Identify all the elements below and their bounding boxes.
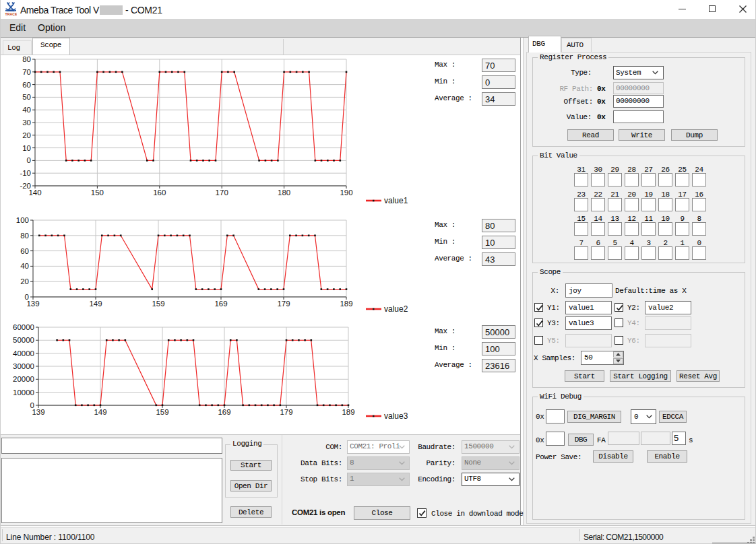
svg-text:159: 159 [156,408,168,416]
svg-text:70: 70 [22,68,31,76]
svg-text:-10: -10 [20,169,31,177]
svg-text:10000: 10000 [13,388,34,397]
svg-text:100: 100 [16,216,29,224]
svg-text:0: 0 [27,156,31,164]
svg-text:60: 60 [22,81,31,89]
svg-text:190: 190 [340,189,352,197]
svg-text:60: 60 [20,247,29,255]
svg-text:10: 10 [22,144,31,152]
svg-text:TRACE: TRACE [5,12,18,16]
svg-text:30: 30 [22,118,31,127]
svg-text:80: 80 [22,55,31,63]
svg-text:value2: value2 [384,304,408,314]
svg-text:value1: value1 [384,196,408,205]
svg-text:149: 149 [94,408,106,416]
svg-text:20000: 20000 [13,375,34,383]
svg-text:169: 169 [214,300,227,308]
svg-text:value3: value3 [384,411,408,421]
svg-text:160: 160 [153,189,166,197]
svg-text:170: 170 [216,189,228,197]
svg-text:50: 50 [22,93,31,101]
svg-text:159: 159 [152,300,164,308]
svg-text:140: 140 [28,189,41,197]
svg-text:169: 169 [218,408,230,416]
svg-text:139: 139 [32,408,44,416]
svg-text:40: 40 [22,106,31,114]
svg-text:40000: 40000 [13,349,34,358]
svg-text:40: 40 [20,262,29,270]
svg-text:179: 179 [277,300,290,308]
svg-text:149: 149 [89,300,102,308]
svg-text:189: 189 [342,408,354,416]
svg-text:179: 179 [280,408,292,416]
svg-text:189: 189 [340,300,352,308]
svg-text:50000: 50000 [13,336,34,344]
svg-text:20: 20 [22,131,31,139]
svg-text:180: 180 [278,189,290,197]
svg-text:30000: 30000 [13,362,34,370]
svg-text:139: 139 [26,300,39,308]
svg-text:60000: 60000 [13,323,34,331]
svg-text:150: 150 [91,189,104,197]
svg-text:20: 20 [20,277,29,285]
svg-text:80: 80 [20,232,29,240]
